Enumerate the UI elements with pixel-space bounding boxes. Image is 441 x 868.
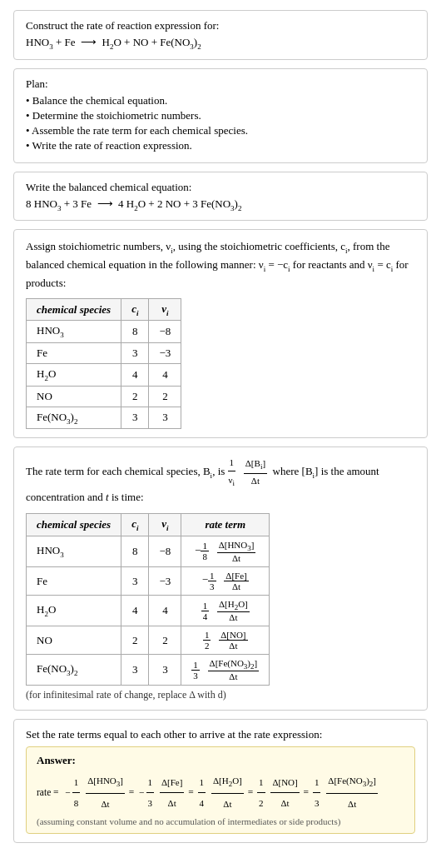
table-row: Fe 3 −3 −13 Δ[Fe]Δt [27, 567, 270, 596]
balanced-section: Write the balanced chemical equation: 8 … [13, 172, 428, 222]
rt-c-fe: 3 [121, 567, 149, 596]
rate-intro-delta-frac: Δ[Bi] Δt [244, 456, 267, 488]
rate-term-table: chemical species ci νi rate term HNO3 8 … [26, 513, 270, 686]
c-fe: 3 [121, 343, 149, 364]
rt-c-h2o: 4 [121, 596, 149, 626]
table-row: Fe(NO3)2 3 3 13 Δ[Fe(NO3)2]Δt [27, 655, 270, 686]
rt-species-fe: Fe [27, 567, 121, 596]
rt-species-hno3: HNO3 [27, 536, 121, 566]
construct-label: Construct the rate of reaction expressio… [26, 19, 415, 32]
rt-rate-h2o: 14 Δ[H2O]Δt [181, 596, 270, 626]
answer-section: Set the rate terms equal to each other t… [13, 719, 428, 842]
table-row: Fe(NO3)2 3 3 [27, 407, 181, 429]
stoichiometry-table: chemical species ci νi HNO3 8 −8 Fe 3 −3… [26, 298, 181, 429]
rate-term-note: (for infinitesimal rate of change, repla… [26, 689, 415, 701]
plan-item-3: Assemble the rate term for each chemical… [26, 124, 415, 137]
table-row: H2O 4 4 14 Δ[H2O]Δt [27, 596, 270, 626]
rt-species-feno32: Fe(NO3)2 [27, 655, 121, 686]
rt-v-feno32: 3 [149, 655, 181, 686]
answer-note: (assuming constant volume and no accumul… [37, 816, 404, 826]
answer-label: Answer: [37, 754, 404, 767]
table-row: Fe 3 −3 [27, 343, 181, 364]
rt-rate-fe: −13 Δ[Fe]Δt [181, 567, 270, 596]
rt-c-hno3: 8 [121, 536, 149, 566]
rt-rate-feno32: 13 Δ[Fe(NO3)2]Δt [181, 655, 270, 686]
table-row: HNO3 8 −8 −18 Δ[HNO3]Δt [27, 536, 270, 566]
plan-item-4: Write the rate of reaction expression. [26, 139, 415, 152]
species-no: NO [27, 386, 121, 407]
species-feno32: Fe(NO3)2 [27, 407, 121, 429]
rt-v-fe: −3 [149, 567, 181, 596]
species-hno3: HNO3 [27, 321, 121, 343]
rate-label: rate = [37, 782, 59, 803]
c-no: 2 [121, 386, 149, 407]
rt-col-ci: ci [121, 514, 149, 536]
species-fe: Fe [27, 343, 121, 364]
c-hno3: 8 [121, 321, 149, 343]
rt-v-h2o: 4 [149, 596, 181, 626]
set-rate-text: Set the rate terms equal to each other t… [26, 728, 415, 741]
plan-section: Plan: Balance the chemical equation. Det… [13, 68, 428, 163]
rt-v-hno3: −8 [149, 536, 181, 566]
rt-c-feno32: 3 [121, 655, 149, 686]
rt-v-no: 2 [149, 626, 181, 655]
balanced-equation: 8 HNO3 + 3 Fe ⟶ 4 H2O + 2 NO + 3 Fe(NO3)… [26, 197, 415, 212]
stoichiometry-intro: Assign stoichiometric numbers, νi, using… [26, 238, 415, 292]
rate-term-intro: The rate term for each chemical species,… [26, 456, 415, 506]
v-feno32: 3 [149, 407, 181, 429]
table-row: HNO3 8 −8 [27, 321, 181, 343]
table-row: H2O 4 4 [27, 364, 181, 387]
plan-item-1: Balance the chemical equation. [26, 94, 415, 107]
species-h2o: H2O [27, 364, 121, 387]
col-ci: ci [121, 298, 149, 321]
rt-col-rate: rate term [181, 514, 270, 536]
col-species: chemical species [27, 298, 121, 321]
rt-species-h2o: H2O [27, 596, 121, 626]
rt-col-species: chemical species [27, 514, 121, 536]
col-vi: νi [149, 298, 181, 321]
c-h2o: 4 [121, 364, 149, 387]
answer-box: Answer: rate = −18 Δ[HNO3]Δt = −13 Δ[Fe]… [26, 746, 415, 833]
rt-rate-hno3: −18 Δ[HNO3]Δt [181, 536, 270, 566]
v-no: 2 [149, 386, 181, 407]
v-fe: −3 [149, 343, 181, 364]
balanced-label: Write the balanced chemical equation: [26, 181, 415, 194]
c-feno32: 3 [121, 407, 149, 429]
rate-term-section: The rate term for each chemical species,… [13, 446, 428, 711]
table-row: NO 2 2 12 Δ[NO]Δt [27, 626, 270, 655]
rt-rate-no: 12 Δ[NO]Δt [181, 626, 270, 655]
plan-list: Balance the chemical equation. Determine… [26, 94, 415, 152]
rt-species-no: NO [27, 626, 121, 655]
v-hno3: −8 [149, 321, 181, 343]
answer-equation: rate = −18 Δ[HNO3]Δt = −13 Δ[Fe]Δt = 14 … [37, 771, 404, 814]
plan-item-2: Determine the stoichiometric numbers. [26, 109, 415, 122]
rt-col-vi: νi [149, 514, 181, 536]
stoichiometry-section: Assign stoichiometric numbers, νi, using… [13, 229, 428, 438]
rate-intro-fraction: 1 νi [228, 456, 236, 489]
main-reaction: HNO3 + Fe ⟶ H2O + NO + Fe(NO3)2 [26, 36, 415, 51]
plan-title: Plan: [26, 77, 415, 91]
v-h2o: 4 [149, 364, 181, 387]
rt-c-no: 2 [121, 626, 149, 655]
table-row: NO 2 2 [27, 386, 181, 407]
construct-section: Construct the rate of reaction expressio… [13, 10, 428, 60]
